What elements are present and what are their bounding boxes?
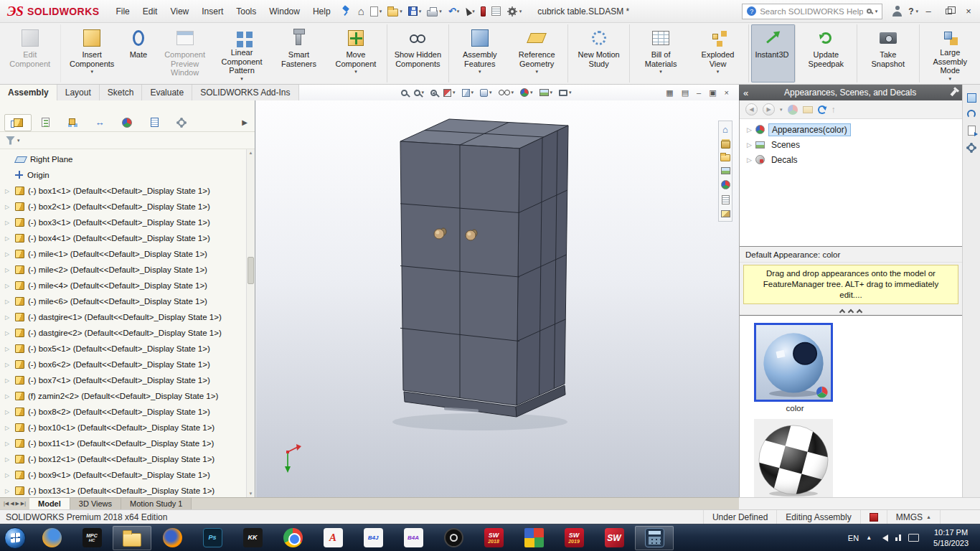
tab-nav-buttons[interactable]: |◀ ◀ ▶ ▶| [0, 498, 29, 509]
flyout-chevron-icon[interactable]: ▶ [242, 118, 250, 126]
tree-item-component[interactable]: ▷ (-) box4<1> (Default<<Default>_Display… [0, 230, 246, 246]
new-document-icon[interactable]: ▾ [367, 3, 385, 20]
previous-view-icon[interactable]: ▾ [430, 90, 437, 96]
display-style-icon[interactable]: ▾ [480, 89, 492, 97]
tab-solidworks-add-ins[interactable]: SOLIDWORKS Add-Ins [192, 85, 298, 100]
view-orientation-icon[interactable]: ▾ [462, 89, 474, 97]
expand-arrow-icon[interactable]: ▷ [5, 204, 11, 210]
tree-item-component[interactable]: ▷ (-) box7<1> (Default<<Default>_Display… [0, 372, 246, 388]
solidworks-2019-icon[interactable]: SW 2019 [555, 526, 593, 550]
maximize-button[interactable] [938, 3, 958, 20]
expand-arrow-icon[interactable]: ▷ [5, 188, 11, 194]
expand-arrow-icon[interactable]: ▷ [5, 346, 11, 352]
update-speedpak-button[interactable]: Update Speedpak ▾ [798, 24, 857, 83]
apply-appearance-icon[interactable] [788, 105, 798, 115]
restore-document-icon[interactable]: ▣ [709, 89, 716, 97]
units-selector[interactable]: MMGS▲ [887, 510, 940, 524]
save-icon[interactable]: ▾ [405, 3, 425, 20]
motion-study-tab[interactable]: Motion Study 1 [121, 498, 192, 509]
tree-item-component[interactable]: ▷ (f) zamin2<2> (Default<<Default>_Displ… [0, 388, 246, 404]
menu-item[interactable]: View [164, 4, 195, 19]
minimize-document-icon[interactable]: – [697, 89, 701, 97]
model-tab[interactable]: Model [29, 498, 70, 509]
graphics-viewport[interactable] [256, 100, 739, 497]
expand-arrow-icon[interactable]: ▷ [5, 488, 11, 494]
toolbox-icon[interactable]: ▾ [478, 3, 489, 20]
menu-item[interactable]: Window [263, 4, 306, 19]
language-indicator[interactable]: EN [848, 534, 859, 542]
resources-home-icon[interactable] [722, 125, 728, 135]
new-folder-icon[interactable] [803, 106, 813, 113]
community-panel-icon[interactable] [967, 93, 976, 103]
undo-icon[interactable]: ▾ [445, 3, 462, 20]
decals-node[interactable]: ▷ Decals [740, 152, 962, 167]
linear-component-pattern-button[interactable]: Linear Component Pattern ▾ [213, 24, 270, 83]
expand-arrow-icon[interactable]: ▷ [747, 126, 752, 133]
network-icon[interactable] [895, 534, 901, 541]
tree-item-component[interactable]: ▷ (-) dastgire<1> (Default<<Default>_Dis… [0, 309, 246, 325]
smart-fasteners-button[interactable]: Smart Fasteners ▾ [270, 24, 327, 83]
tree-item-component[interactable]: ▷ (-) mile<2> (Default<<Default>_Display… [0, 262, 246, 278]
displaymanager-tab-icon[interactable] [113, 114, 141, 131]
design-library-icon[interactable] [721, 141, 730, 149]
tab-sketch[interactable]: Sketch [100, 85, 143, 100]
component-preview-window-button[interactable]: Component Preview Window ▾ [156, 24, 213, 83]
tree-item-component[interactable]: ▷ (-) box8<2> (Default<<Default>_Display… [0, 404, 246, 420]
menu-item[interactable]: Insert [195, 4, 230, 19]
file-explorer-icon[interactable] [113, 526, 151, 550]
settings-panel-icon[interactable] [968, 144, 975, 151]
tree-item-component[interactable]: ▷ (-) mile<4> (Default<<Default>_Display… [0, 278, 246, 293]
task-list-icon[interactable]: ▾ [489, 3, 504, 20]
configurationmanager-tab-icon[interactable] [59, 114, 86, 131]
show-hidden-components-button[interactable]: Show Hidden Components ▾ [390, 24, 449, 83]
tree-item-right-plane[interactable]: Right Plane [0, 151, 246, 167]
tab-layout[interactable]: Layout [57, 85, 100, 100]
insert-components-button[interactable]: Insert Components ▾ [63, 24, 120, 83]
appearance-thumbnail-checker[interactable] [754, 419, 833, 497]
minimize-button[interactable]: – [918, 3, 938, 20]
expand-arrow-icon[interactable]: ▷ [747, 141, 752, 149]
back-icon[interactable]: ◀ [745, 103, 758, 116]
history-dropdown-icon[interactable]: ▾ [780, 107, 783, 113]
tree-item-component[interactable]: ▷ (-) box1<1> (Default<<Default>_Display… [0, 183, 246, 199]
select-cursor-icon[interactable]: ▾ [462, 3, 478, 20]
tree-item-component[interactable]: ▷ (-) box6<2> (Default<<Default>_Display… [0, 357, 246, 372]
photoshop-icon[interactable]: Ps [193, 526, 232, 550]
tree-item-component[interactable]: ▷ (-) box5<1> (Default<<Default>_Display… [0, 341, 246, 357]
open-icon[interactable]: ▾ [385, 3, 405, 20]
tree-item-component[interactable]: ▷ (-) box11<1> (Default<<Default>_Displa… [0, 435, 246, 451]
filter-dropdown-icon[interactable]: ▾ [17, 138, 20, 143]
expand-arrow-icon[interactable]: ▷ [5, 283, 11, 289]
tab-evaluate[interactable]: Evaluate [142, 85, 192, 100]
scrollbar-thumb[interactable] [248, 257, 254, 284]
new-motion-study-button[interactable]: New Motion Study ▾ [570, 24, 630, 83]
tree-scrollbar[interactable]: ▲ ▼ [246, 149, 255, 497]
calculator-icon[interactable] [635, 526, 674, 550]
tree-item-component[interactable]: ▷ (-) box3<1> (Default<<Default>_Display… [0, 215, 246, 230]
help-search-box[interactable]: ? Search SOLIDWORKS Help ▾ [742, 4, 882, 19]
viewport-canvas[interactable] [256, 100, 739, 497]
tree-item-component[interactable]: ▷ (-) box9<1> (Default<<Default>_Display… [0, 467, 246, 483]
assembly-model[interactable] [400, 119, 568, 417]
expand-arrow-icon[interactable]: ▷ [5, 425, 11, 431]
appearances-panel-icon[interactable] [721, 180, 730, 189]
view-palette-icon[interactable] [721, 167, 730, 174]
scroll-down-icon[interactable]: ▼ [247, 491, 255, 496]
edit-appearance-icon[interactable]: ▾ [520, 88, 533, 97]
home-icon[interactable]: ▾ [355, 3, 367, 20]
kmplayer-icon[interactable]: KK [233, 526, 272, 550]
instant3d-button[interactable]: Instant3D ▾ [751, 24, 795, 83]
expand-arrow-icon[interactable]: ▷ [5, 298, 11, 305]
pane-splitter[interactable] [740, 307, 962, 316]
close-document-icon[interactable]: × [725, 89, 729, 97]
tree-item-component[interactable]: ▷ (-) box13<1> (Default<<Default>_Displa… [0, 483, 246, 497]
pushpin-icon[interactable] [342, 6, 350, 17]
exploded-view-button[interactable]: Exploded View ▾ [689, 24, 749, 83]
close-button[interactable]: × [958, 3, 979, 20]
collapse-chevron-icon[interactable]: « [743, 88, 748, 98]
media-player-icon[interactable]: MPC HC [72, 526, 111, 550]
export-panel-icon[interactable] [968, 126, 976, 136]
cam-tab-icon[interactable] [141, 114, 168, 131]
options-gear-icon[interactable]: ▾ [504, 3, 525, 20]
expand-arrow-icon[interactable]: ▷ [5, 220, 11, 226]
